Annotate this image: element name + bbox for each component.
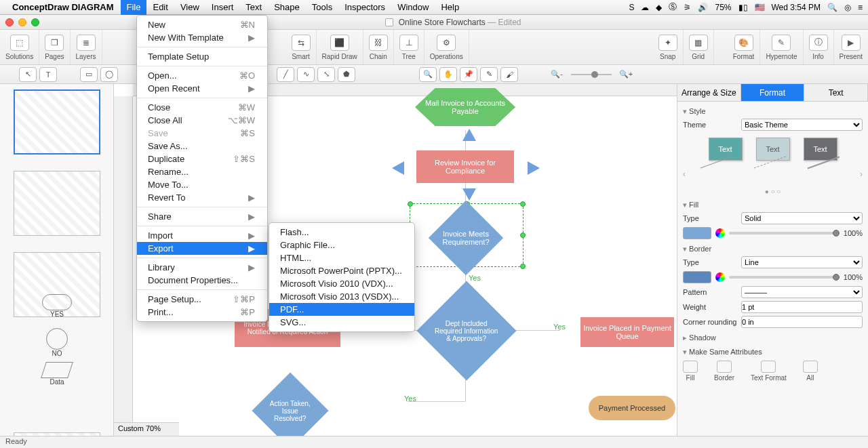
menu-extras-icon[interactable]: ≡ <box>858 3 863 12</box>
ribbon-pages[interactable]: ❐Pages <box>39 30 70 64</box>
file-menu-item[interactable]: Rename... <box>137 165 267 178</box>
lib-no-shape[interactable]: NO <box>37 328 77 358</box>
theme-select[interactable]: Basic Theme <box>741 119 863 131</box>
file-menu-item[interactable]: Save⌘S <box>137 127 267 140</box>
tab-arrange-size[interactable]: Arrange & Size <box>677 84 741 101</box>
export-menu-item[interactable]: Flash... <box>269 226 414 239</box>
pattern-select[interactable]: ——— <box>741 286 863 298</box>
export-menu-item[interactable]: Microsoft Visio 2013 (VSDX)... <box>269 290 414 303</box>
file-menu-item[interactable]: Document Properties... <box>137 274 267 287</box>
ribbon-smart[interactable]: ⇆Smart <box>286 30 317 64</box>
ribbon-rapid-draw[interactable]: ⬛Rapid Draw <box>317 30 363 64</box>
corner-input[interactable] <box>741 316 863 328</box>
menu-inspectors[interactable]: Inspectors <box>338 0 391 15</box>
attr-all-button[interactable]: All <box>803 361 818 382</box>
zoom-tool[interactable]: 🔍 <box>419 67 437 82</box>
shape-review-invoice[interactable]: Review Invoice for Compliance <box>416 150 514 183</box>
color-picker-icon[interactable] <box>715 272 725 282</box>
export-menu-item[interactable]: HTML... <box>269 251 414 264</box>
export-menu-item[interactable]: PDF... <box>269 303 414 316</box>
shape-tool[interactable]: ⬟ <box>338 67 355 82</box>
ribbon-format[interactable]: 🎨Format <box>728 30 761 64</box>
weight-input[interactable] <box>741 301 863 313</box>
zoom-window-button[interactable] <box>31 18 39 26</box>
page-thumbnail[interactable] <box>14 89 100 155</box>
shape-processed[interactable]: Payment Processed <box>589 396 675 420</box>
rapid-arrow-right[interactable] <box>528 161 540 175</box>
border-opacity-slider[interactable] <box>729 276 840 279</box>
ribbon-operations[interactable]: ⚙Operations <box>425 30 469 64</box>
tab-text[interactable]: Text <box>804 84 868 101</box>
menu-view[interactable]: View <box>174 0 205 15</box>
export-menu-item[interactable]: Microsoft Visio 2010 (VDX)... <box>269 277 414 290</box>
ribbon-chain[interactable]: ⛓Chain <box>363 30 394 64</box>
style-swatch[interactable]: Text <box>804 138 837 161</box>
pin-tool[interactable]: 📌 <box>460 67 477 82</box>
siri-icon[interactable]: ◎ <box>844 3 851 12</box>
style-swatch[interactable]: Text <box>709 138 743 161</box>
file-menu-item[interactable]: New⌘N <box>137 18 267 31</box>
ribbon-tree[interactable]: ⊥Tree <box>394 30 425 64</box>
file-menu-item[interactable]: Open Recent▶ <box>137 82 267 95</box>
hand-tool[interactable]: ✋ <box>439 67 457 82</box>
menu-insert[interactable]: Insert <box>205 0 240 15</box>
export-menu-item[interactable]: SVG... <box>269 316 414 329</box>
menu-help[interactable]: Help <box>435 0 465 15</box>
status-icon-s[interactable]: S <box>629 3 634 12</box>
diamond-icon[interactable]: ◆ <box>656 3 662 12</box>
file-menu-item[interactable]: New With Template▶ <box>137 31 267 44</box>
text-tool[interactable]: T <box>39 67 57 82</box>
lib-yes-shape[interactable]: YES <box>37 294 77 324</box>
section-border[interactable]: Border <box>683 245 863 253</box>
pointer-tool[interactable]: ↖ <box>19 67 37 82</box>
file-menu-item[interactable]: Page Setup...⇧⌘P <box>137 293 267 306</box>
ribbon-info[interactable]: ⓘInfo <box>804 30 834 64</box>
color-picker-icon[interactable] <box>715 228 725 238</box>
attr-textformat-button[interactable]: Text Format <box>751 361 787 382</box>
lib-data-shape[interactable]: Data <box>37 362 77 392</box>
close-window-button[interactable] <box>5 18 14 26</box>
skype-icon[interactable]: Ⓢ <box>669 1 677 13</box>
border-color-well[interactable] <box>683 271 711 283</box>
volume-icon[interactable]: 🔊 <box>698 3 708 12</box>
zoom-in-button[interactable]: 🔍+ <box>617 67 635 82</box>
file-menu-item[interactable]: Save As... <box>137 140 267 152</box>
file-menu-item[interactable]: Revert To▶ <box>137 191 267 204</box>
ribbon-grid[interactable]: ▦Grid <box>684 30 714 64</box>
menu-edit[interactable]: Edit <box>146 0 174 15</box>
rapid-arrow-left[interactable] <box>392 161 404 175</box>
shape-action-taken[interactable]: Action Taken, Issue Resolved? <box>252 372 328 436</box>
shape-mail-invoice[interactable]: Mail Invoice to Accounts Payable <box>415 88 515 126</box>
wifi-icon[interactable]: ⚞ <box>684 3 691 12</box>
flag-icon[interactable]: 🇺🇸 <box>755 3 765 12</box>
menu-tools[interactable]: Tools <box>306 0 338 15</box>
brush-tool[interactable]: 🖌 <box>500 67 518 82</box>
file-menu-item[interactable]: Open...⌘O <box>137 69 267 82</box>
section-shadow[interactable]: Shadow <box>683 333 863 342</box>
ribbon-layers[interactable]: ≣Layers <box>71 30 102 64</box>
shape-queue[interactable]: Invoice Placed in Payment Queue <box>580 317 674 347</box>
file-menu-item[interactable]: Export▶ <box>137 242 267 255</box>
menu-shape[interactable]: Shape <box>268 0 306 15</box>
attr-fill-button[interactable]: Fill <box>683 361 698 382</box>
file-menu-item[interactable]: Import▶ <box>137 229 267 242</box>
page-thumbnail[interactable] <box>14 171 100 236</box>
ellipse-tool[interactable]: ◯ <box>100 67 118 82</box>
spotlight-icon[interactable]: 🔍 <box>827 3 837 12</box>
zoom-out-button[interactable]: 🔍- <box>548 67 566 82</box>
shape-dept-included[interactable]: Dept Included Required Information & App… <box>416 281 516 380</box>
ribbon-present[interactable]: ▶Present <box>834 30 868 64</box>
section-fill[interactable]: Fill <box>683 201 863 209</box>
file-menu-item[interactable]: Print...⌘P <box>137 306 267 319</box>
rapid-arrow-up[interactable] <box>462 129 476 141</box>
battery-icon[interactable]: ▮▯ <box>738 3 748 12</box>
file-menu-item[interactable]: Template Setup <box>137 50 267 63</box>
prev-style-button[interactable]: ‹ <box>683 169 686 179</box>
border-type-select[interactable]: Line <box>741 256 863 268</box>
file-menu-item[interactable]: Library▶ <box>137 261 267 274</box>
menu-text[interactable]: Text <box>239 0 268 15</box>
line-tool[interactable]: ╱ <box>277 67 294 82</box>
section-same-attributes[interactable]: Make Same Attributes <box>683 348 863 357</box>
rapid-arrow-down[interactable] <box>462 188 476 201</box>
ribbon-solutions[interactable]: ⬚Solutions <box>0 30 39 64</box>
